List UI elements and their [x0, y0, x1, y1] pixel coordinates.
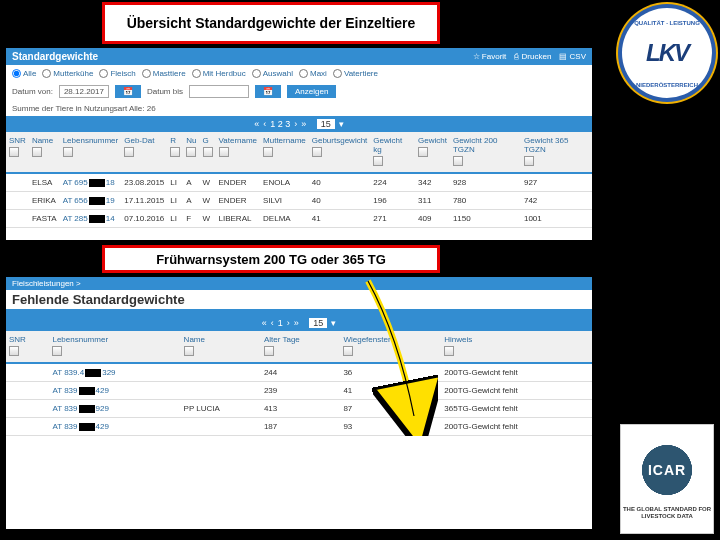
favorit-link[interactable]: ☆ Favorit [473, 52, 507, 61]
filter-icon[interactable] [524, 156, 534, 166]
filter-icon[interactable] [453, 156, 463, 166]
panel1-actions: ☆ Favorit ⎙ Drucken ▤ CSV [473, 52, 586, 61]
sum-line: Summe der Tiere in Nutzungsart Alle: 26 [6, 101, 592, 116]
radio-masttiere[interactable]: Masttiere [142, 69, 186, 78]
calendar-icon-2[interactable]: 📅 [255, 85, 281, 98]
filter-icon[interactable] [264, 346, 274, 356]
pager-prev-icon[interactable]: ‹ [263, 119, 266, 129]
pager2-prev-icon[interactable]: ‹ [271, 318, 274, 328]
logo-top: QUALITÄT · LEISTUNG [634, 20, 700, 26]
title-banner-1: Übersicht Standardgewichte der Einzeltie… [102, 2, 440, 44]
filter-icon[interactable] [32, 147, 42, 157]
panel-standardgewichte: Standardgewichte ☆ Favorit ⎙ Drucken ▤ C… [4, 46, 594, 242]
filter-icon[interactable] [418, 147, 428, 157]
radio-mutterkühe[interactable]: Mutterkühe [42, 69, 93, 78]
col-geburtsgewicht[interactable]: Geburtsgewicht [309, 132, 371, 173]
col-nu[interactable]: Nu [183, 132, 199, 173]
icar-logo: ICAR [635, 438, 699, 502]
table-fehlende: SNRLebensnummerNameAlter TageWiegefenste… [6, 331, 592, 436]
date-to-input[interactable] [189, 85, 249, 98]
pager-last-icon[interactable]: » [301, 119, 306, 129]
pager-first-icon[interactable]: « [254, 119, 259, 129]
col-snr[interactable]: SNR [6, 132, 29, 173]
col-r[interactable]: R [167, 132, 183, 173]
pager2-pages[interactable]: 1 [278, 318, 283, 328]
col-muttername[interactable]: Muttername [260, 132, 309, 173]
radio-alle[interactable]: Alle [12, 69, 36, 78]
filter-icon[interactable] [219, 147, 229, 157]
col-gewicht-365-tgzn[interactable]: Gewicht 365 TGZN [521, 132, 592, 173]
filter-icon[interactable] [343, 346, 353, 356]
col2-name[interactable]: Name [181, 331, 261, 363]
pager2-first-icon[interactable]: « [262, 318, 267, 328]
table-row[interactable]: ELSAAT 6951823.08.2015LIAWENDERENOLA4022… [6, 173, 592, 192]
panel2-title: Fehlende Standardgewichte [6, 290, 592, 309]
panel1-title: Standardgewichte [12, 51, 98, 62]
col2-lebensnummer[interactable]: Lebensnummer [49, 331, 180, 363]
radio-auswahl[interactable]: Auswahl [252, 69, 293, 78]
csv-link[interactable]: ▤ CSV [559, 52, 586, 61]
table-row[interactable]: AT 839.432924436200TG-Gewicht fehlt [6, 363, 592, 382]
pager-pages[interactable]: 1 2 3 [270, 119, 290, 129]
panel1-header: Standardgewichte ☆ Favorit ⎙ Drucken ▤ C… [6, 48, 592, 65]
table-row[interactable]: ERIKAAT 6561917.11.2015LIAWENDERSILVI401… [6, 192, 592, 210]
table-row[interactable]: AT 839929PP LUCIA41387365TG-Gewicht fehl… [6, 400, 592, 418]
col-gewicht[interactable]: Gewicht [415, 132, 450, 173]
date-from-input[interactable]: 28.12.2017 [59, 85, 109, 98]
radio-fleisch[interactable]: Fleisch [99, 69, 135, 78]
lkv-logo: QUALITÄT · LEISTUNG LKV NIEDERÖSTERREICH [622, 8, 712, 98]
table-row[interactable]: AT 83942918793200TG-Gewicht fehlt [6, 418, 592, 436]
radio-vatertiere[interactable]: Vatertiere [333, 69, 378, 78]
drucken-link[interactable]: ⎙ Drucken [514, 52, 551, 61]
date-to-label: Datum bis [147, 87, 183, 96]
filter-icon[interactable] [444, 346, 454, 356]
filter-icon[interactable] [186, 147, 196, 157]
title-banner-2: Frühwarnsystem 200 TG oder 365 TG [102, 245, 440, 273]
pager2-next-icon[interactable]: › [287, 318, 290, 328]
col2-wiegefenster[interactable]: Wiegefenster [340, 331, 441, 363]
col-lebensnummer[interactable]: Lebensnummer [60, 132, 122, 173]
col2-alter-tage[interactable]: Alter Tage [261, 331, 340, 363]
page-size-2[interactable]: 15 [309, 318, 327, 328]
filter-icon[interactable] [203, 147, 213, 157]
page-size-dd-icon[interactable]: ▾ [339, 119, 344, 129]
breadcrumb[interactable]: Fleischleistungen > [6, 277, 592, 290]
radio-mit herdbuc[interactable]: Mit Herdbuc [192, 69, 246, 78]
anzeigen-button[interactable]: Anzeigen [287, 85, 336, 98]
filter-icon[interactable] [9, 147, 19, 157]
col-g[interactable]: G [200, 132, 216, 173]
filter-icon[interactable] [52, 346, 62, 356]
col-name[interactable]: Name [29, 132, 60, 173]
filter-icon[interactable] [63, 147, 73, 157]
filter-row2: Datum von: 28.12.2017 📅 Datum bis 📅 Anze… [6, 82, 592, 101]
filter-icon[interactable] [9, 346, 19, 356]
logo-bot: NIEDERÖSTERREICH [636, 82, 698, 88]
table-standardgewichte: SNRNameLebensnummerGeb-DatRNuGVaternameM… [6, 132, 592, 228]
icar-badge: ICAR THE GLOBAL STANDARD FOR LIVESTOCK D… [620, 424, 714, 534]
pager2-last-icon[interactable]: » [294, 318, 299, 328]
page-size-2-dd-icon[interactable]: ▾ [331, 318, 336, 328]
col-vatername[interactable]: Vatername [216, 132, 261, 173]
radio-maxi[interactable]: Maxi [299, 69, 327, 78]
filter-icon[interactable] [170, 147, 180, 157]
col-gewicht-kg[interactable]: Gewicht kg [370, 132, 415, 173]
col2-hinweis[interactable]: Hinweis [441, 331, 592, 363]
table-row[interactable]: AT 83942923941200TG-Gewicht fehlt [6, 382, 592, 400]
calendar-icon[interactable]: 📅 [115, 85, 141, 98]
filter-icon[interactable] [124, 147, 134, 157]
pager-1: « ‹ 1 2 3 › » 15▾ [6, 116, 592, 132]
filter-icon[interactable] [263, 147, 273, 157]
col-geb-dat[interactable]: Geb-Dat [121, 132, 167, 173]
filter-icon[interactable] [184, 346, 194, 356]
col-gewicht-200-tgzn[interactable]: Gewicht 200 TGZN [450, 132, 521, 173]
col2-snr[interactable]: SNR [6, 331, 49, 363]
filter-icon[interactable] [373, 156, 383, 166]
table-row[interactable]: FASTAAT 2851407.10.2016LIFWLIBERALDELMA4… [6, 210, 592, 228]
logo-text: LKV [646, 39, 688, 67]
icar-sub: THE GLOBAL STANDARD FOR LIVESTOCK DATA [621, 506, 713, 519]
filter-radios: Alle Mutterkühe Fleisch Masttiere Mit He… [6, 65, 592, 82]
page-size[interactable]: 15 [317, 119, 335, 129]
pager-next-icon[interactable]: › [294, 119, 297, 129]
filter-icon[interactable] [312, 147, 322, 157]
panel-fehlende: Fleischleistungen > Fehlende Standardgew… [4, 275, 594, 531]
